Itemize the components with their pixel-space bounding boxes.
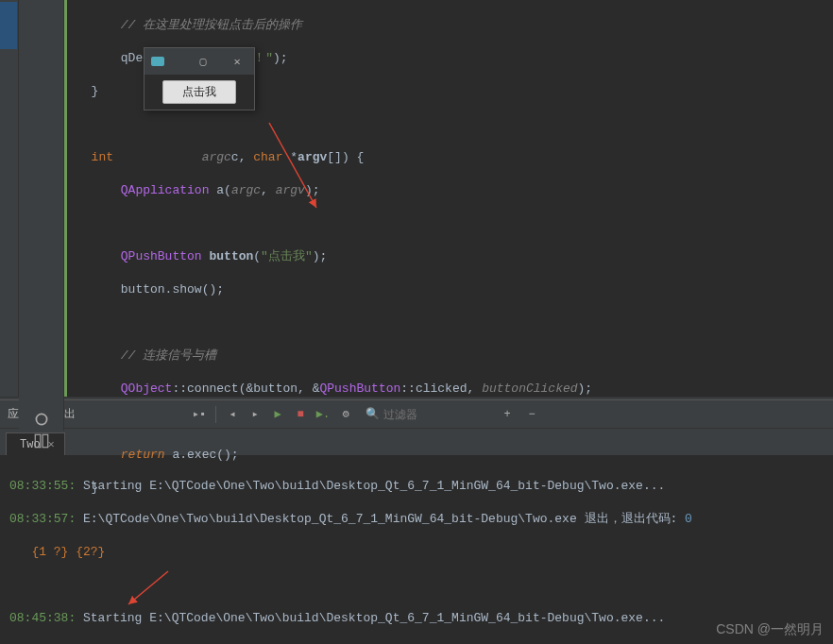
timestamp: 08:33:55:	[9, 479, 83, 493]
app-popup-window[interactable]: ▢ ✕ 点击我	[144, 47, 255, 110]
log-line: Starting E:\QTCode\One\Two\build\Desktop…	[83, 611, 665, 625]
app-icon	[144, 48, 171, 75]
activity-tab[interactable]	[0, 2, 17, 49]
maximize-button[interactable]: ▢	[186, 48, 220, 75]
svg-rect-2	[35, 434, 41, 448]
param: argv	[276, 183, 305, 197]
layout-icon[interactable]	[33, 432, 50, 449]
close-button[interactable]: ✕	[220, 48, 254, 75]
keyword: int	[92, 150, 113, 164]
click-me-button[interactable]: 点击我	[162, 80, 236, 104]
keyword: char	[253, 150, 282, 164]
timestamp: 08:33:57:	[9, 512, 83, 526]
class-name: QPushButton	[319, 381, 400, 396]
string-literal: "点击我"	[261, 249, 313, 263]
param: buttonClicked	[482, 381, 577, 396]
watermark: CSDN @一然明月	[716, 621, 824, 638]
class-name: QApplication	[121, 183, 210, 197]
class-name: QPushButton	[121, 249, 202, 263]
code-stmt: button.show();	[121, 282, 224, 297]
param: argv	[298, 150, 327, 164]
svg-rect-3	[42, 434, 48, 448]
param: argc	[202, 150, 231, 164]
popup-titlebar[interactable]: ▢ ✕	[144, 48, 254, 75]
code-editor[interactable]: 5 6 7 8 9 10 11 12 13 14 15 16 17 18 19 …	[19, 0, 833, 397]
comment-text: 在这里处理按钮点击后的操作	[143, 18, 302, 32]
timestamp: 08:45:38:	[9, 611, 83, 625]
svg-point-1	[36, 414, 46, 424]
left-activity-bar[interactable]	[0, 0, 19, 397]
param: argc	[231, 183, 261, 197]
class-name: QObject	[121, 381, 173, 396]
keyword: return	[121, 448, 165, 462]
var: a	[216, 183, 224, 197]
comment-text: 连接信号与槽	[143, 348, 216, 363]
debug-icon[interactable]	[33, 411, 50, 428]
